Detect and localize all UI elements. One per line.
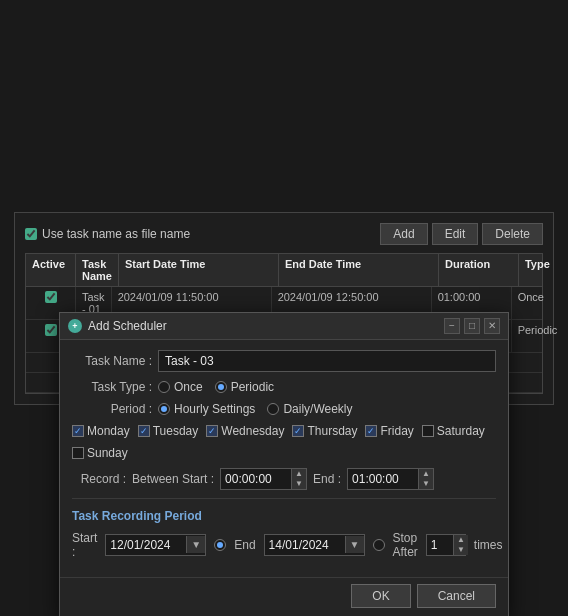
- start-date-picker-btn[interactable]: ▼: [186, 536, 205, 553]
- check-wednesday[interactable]: ✓ Wednesday: [206, 424, 284, 438]
- date-row: Start : ▼ End ▼: [72, 531, 496, 559]
- start-time-spinner: ▲ ▼: [291, 469, 306, 489]
- end-time-input[interactable]: [348, 469, 418, 489]
- col-start-dt: Start Date Time: [119, 254, 279, 286]
- radio-daily-label: Daily/Weekly: [283, 402, 352, 416]
- col-duration: Duration: [439, 254, 519, 286]
- modal-body: Task Name : Task - 03 Task Type : Once P…: [60, 340, 508, 577]
- radio-periodic[interactable]: Periodic: [215, 380, 274, 394]
- close-button[interactable]: ✕: [484, 318, 500, 334]
- add-scheduler-modal: + Add Scheduler − □ ✕ Task Name : Task -…: [59, 312, 509, 617]
- start-time-input[interactable]: [221, 469, 291, 489]
- period-label: Period :: [72, 402, 152, 416]
- row1-type: Once: [512, 287, 568, 319]
- check-thursday-label: Thursday: [307, 424, 357, 438]
- top-bar-right: Add Edit Delete: [380, 223, 543, 245]
- add-button[interactable]: Add: [380, 223, 427, 245]
- task-name-input[interactable]: Task - 03: [158, 350, 496, 372]
- end-label: End :: [313, 472, 341, 486]
- start-time-down[interactable]: ▼: [292, 479, 306, 489]
- maximize-button[interactable]: □: [464, 318, 480, 334]
- check-monday-box: ✓: [72, 425, 84, 437]
- recording-period-section: Task Recording Period Start : ▼ End: [72, 498, 496, 559]
- check-friday-box: ✓: [365, 425, 377, 437]
- modal-controls: − □ ✕: [444, 318, 500, 334]
- radio-end-date[interactable]: [214, 539, 226, 551]
- check-monday[interactable]: ✓ Monday: [72, 424, 130, 438]
- check-saturday-box: [422, 425, 434, 437]
- start-date-wrap: ▼: [105, 534, 206, 556]
- between-start-label: Between Start :: [132, 472, 214, 486]
- recording-period-title: Task Recording Period: [72, 509, 496, 523]
- radio-daily-btn: [267, 403, 279, 415]
- radio-end-date-btn: [214, 539, 226, 551]
- radio-periodic-btn: [215, 381, 227, 393]
- cancel-button[interactable]: Cancel: [417, 584, 496, 608]
- check-monday-label: Monday: [87, 424, 130, 438]
- use-task-name-checkbox[interactable]: [25, 228, 37, 240]
- table-header: Active Task Name Start Date Time End Dat…: [26, 254, 542, 287]
- task-type-radio-group: Once Periodic: [158, 380, 274, 394]
- top-bar: Use task name as file name Add Edit Dele…: [25, 223, 543, 245]
- use-task-name-label: Use task name as file name: [42, 227, 190, 241]
- check-sunday[interactable]: Sunday: [72, 446, 128, 460]
- end-time-wrap: ▲ ▼: [347, 468, 434, 490]
- task-name-row: Task Name : Task - 03: [72, 350, 496, 372]
- times-label: times: [474, 538, 503, 552]
- delete-button[interactable]: Delete: [482, 223, 543, 245]
- stop-after-wrap: ▲ ▼: [426, 534, 466, 556]
- start-time-wrap: ▲ ▼: [220, 468, 307, 490]
- modal-title: Add Scheduler: [88, 319, 438, 333]
- check-wednesday-label: Wednesday: [221, 424, 284, 438]
- top-bar-left: Use task name as file name: [25, 227, 374, 241]
- radio-once[interactable]: Once: [158, 380, 203, 394]
- radio-once-btn: [158, 381, 170, 393]
- col-type: Type: [519, 254, 568, 286]
- task-name-label: Task Name :: [72, 354, 152, 368]
- modal-footer: OK Cancel: [60, 577, 508, 617]
- radio-once-label: Once: [174, 380, 203, 394]
- end-date-wrap: ▼: [264, 534, 365, 556]
- col-end-dt: End Date Time: [279, 254, 439, 286]
- minimize-button[interactable]: −: [444, 318, 460, 334]
- radio-hourly-label: Hourly Settings: [174, 402, 255, 416]
- check-tuesday[interactable]: ✓ Tuesday: [138, 424, 199, 438]
- check-tuesday-box: ✓: [138, 425, 150, 437]
- radio-periodic-label: Periodic: [231, 380, 274, 394]
- radio-stop-after[interactable]: [373, 539, 385, 551]
- radio-daily[interactable]: Daily/Weekly: [267, 402, 352, 416]
- stop-after-spinner: ▲ ▼: [453, 535, 468, 555]
- stop-after-label: Stop After: [393, 531, 418, 559]
- check-tuesday-label: Tuesday: [153, 424, 199, 438]
- edit-button[interactable]: Edit: [432, 223, 479, 245]
- check-thursday[interactable]: ✓ Thursday: [292, 424, 357, 438]
- check-wednesday-box: ✓: [206, 425, 218, 437]
- end-date-picker-btn[interactable]: ▼: [345, 536, 364, 553]
- end-date-input[interactable]: [265, 535, 345, 555]
- modal-icon: +: [68, 319, 82, 333]
- days-row: ✓ Monday ✓ Tuesday ✓ Wednesday ✓: [72, 424, 496, 460]
- ok-button[interactable]: OK: [351, 584, 410, 608]
- record-label: Record :: [72, 472, 126, 486]
- check-friday-label: Friday: [380, 424, 413, 438]
- stop-after-up[interactable]: ▲: [454, 535, 468, 545]
- end-date-label: End: [234, 538, 255, 552]
- check-thursday-box: ✓: [292, 425, 304, 437]
- row2-type: Periodic: [512, 320, 568, 352]
- stop-after-input[interactable]: [427, 535, 453, 555]
- modal-titlebar: + Add Scheduler − □ ✕: [60, 313, 508, 340]
- start-date-input[interactable]: [106, 535, 186, 555]
- end-time-up[interactable]: ▲: [419, 469, 433, 479]
- col-task-name: Task Name: [76, 254, 119, 286]
- period-row: Period : Hourly Settings Daily/Weekly: [72, 402, 496, 416]
- radio-hourly[interactable]: Hourly Settings: [158, 402, 255, 416]
- check-saturday[interactable]: Saturday: [422, 424, 485, 438]
- start-time-up[interactable]: ▲: [292, 469, 306, 479]
- check-friday[interactable]: ✓ Friday: [365, 424, 413, 438]
- radio-hourly-btn: [158, 403, 170, 415]
- stop-after-down[interactable]: ▼: [454, 545, 468, 555]
- end-time-down[interactable]: ▼: [419, 479, 433, 489]
- record-row: Record : Between Start : ▲ ▼ End : ▲: [72, 468, 496, 490]
- end-time-spinner: ▲ ▼: [418, 469, 433, 489]
- task-type-label: Task Type :: [72, 380, 152, 394]
